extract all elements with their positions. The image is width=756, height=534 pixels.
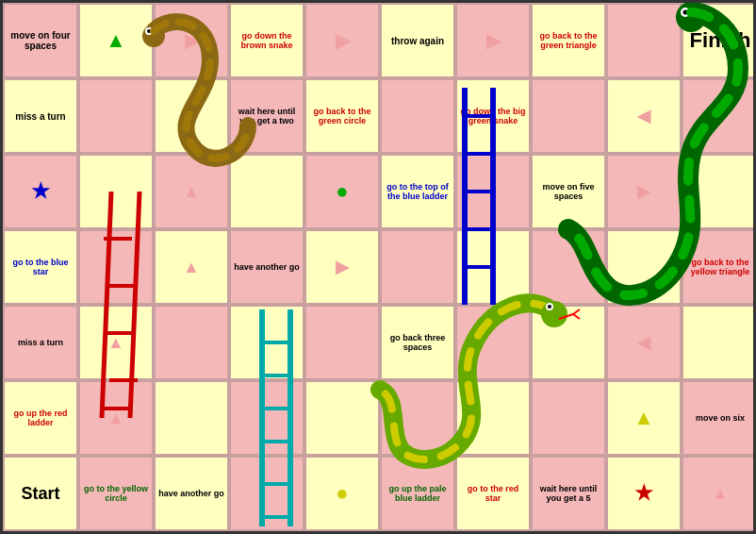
cell-0-8 (606, 3, 682, 78)
cell-0-7: go back to the green triangle (531, 3, 606, 78)
game-board: move on four spaces ▲ ▶ go down the brow… (0, 0, 756, 534)
cell-5-4 (304, 380, 380, 456)
cell-3-2: ▲ (154, 229, 229, 305)
cell-0-3: go down the brown snake (229, 3, 304, 78)
cell-3-3: have another go (229, 229, 304, 305)
cell-3-5 (380, 229, 455, 305)
cell-2-9 (682, 154, 756, 229)
cell-5-1: ▲ (78, 380, 154, 456)
cell-2-5: go to the top of the blue ladder (380, 154, 455, 229)
cell-2-3 (229, 154, 304, 229)
cell-6-5: go up the pale blue ladder (380, 456, 455, 531)
cell-6-9: ▲ (682, 456, 756, 531)
cell-5-5 (380, 380, 455, 456)
cell-6-6: go to the red star (455, 456, 531, 531)
cell-6-7: wait here until you get a 5 (531, 456, 606, 531)
cell-0-5: throw again (380, 3, 455, 78)
cell-5-9: move on six (682, 380, 756, 456)
cell-0-0: move on four spaces (3, 3, 78, 78)
cell-2-8: ▶ (606, 154, 682, 229)
cell-1-7 (531, 78, 606, 154)
cell-2-0: ★ (3, 154, 78, 229)
cell-3-1 (78, 229, 154, 305)
cell-5-7 (531, 380, 606, 456)
cell-1-8: ◀ (606, 78, 682, 154)
cell-6-2: have another go (154, 456, 229, 531)
cell-5-0: go up the red ladder (3, 380, 78, 456)
cell-4-9 (682, 305, 756, 380)
cell-0-4: ▶ (304, 3, 380, 78)
cell-4-7 (531, 305, 606, 380)
cell-2-2: ▲ (154, 154, 229, 229)
cell-2-1 (78, 154, 154, 229)
cell-3-8 (606, 229, 682, 305)
cell-2-4: ● (304, 154, 380, 229)
cell-4-5: go back three spaces (380, 305, 455, 380)
cell-1-1 (78, 78, 154, 154)
cell-1-2: ▲ (154, 78, 229, 154)
cell-1-4: go back to the green circle (304, 78, 380, 154)
cell-4-2 (154, 305, 229, 380)
cell-6-8: ★ (606, 456, 682, 531)
cell-0-6: ▶ (455, 3, 531, 78)
cell-0-2: ▶ (154, 3, 229, 78)
cell-4-4 (304, 305, 380, 380)
cell-1-0: miss a turn (3, 78, 78, 154)
cell-4-6 (455, 305, 531, 380)
cell-1-3: wait here until you get a two (229, 78, 304, 154)
cell-3-0: go to the blue star (3, 229, 78, 305)
cell-5-3 (229, 380, 304, 456)
cell-2-6 (455, 154, 531, 229)
cell-6-3 (229, 456, 304, 531)
cell-3-6 (455, 229, 531, 305)
cell-2-7: move on five spaces (531, 154, 606, 229)
cell-4-0: miss a turn (3, 305, 78, 380)
cell-4-3 (229, 305, 304, 380)
cell-5-2 (154, 380, 229, 456)
cell-0-1: ▲ (78, 3, 154, 78)
cell-start: Start (3, 456, 78, 531)
cell-3-4: ▶ (304, 229, 380, 305)
cell-1-9 (682, 78, 756, 154)
cell-5-6 (455, 380, 531, 456)
cell-6-1: go to the yellow circle (78, 456, 154, 531)
cell-5-8: ▲ (606, 380, 682, 456)
cell-1-5 (380, 78, 455, 154)
cell-6-4: ● (304, 456, 380, 531)
cell-finish: Finish (682, 3, 756, 78)
cell-1-6: go down the big green snake (455, 78, 531, 154)
cell-3-7 (531, 229, 606, 305)
cell-4-1: ▲ (78, 305, 154, 380)
cell-4-8: ◀ (606, 305, 682, 380)
cell-3-9: go back to the yellow triangle (682, 229, 756, 305)
